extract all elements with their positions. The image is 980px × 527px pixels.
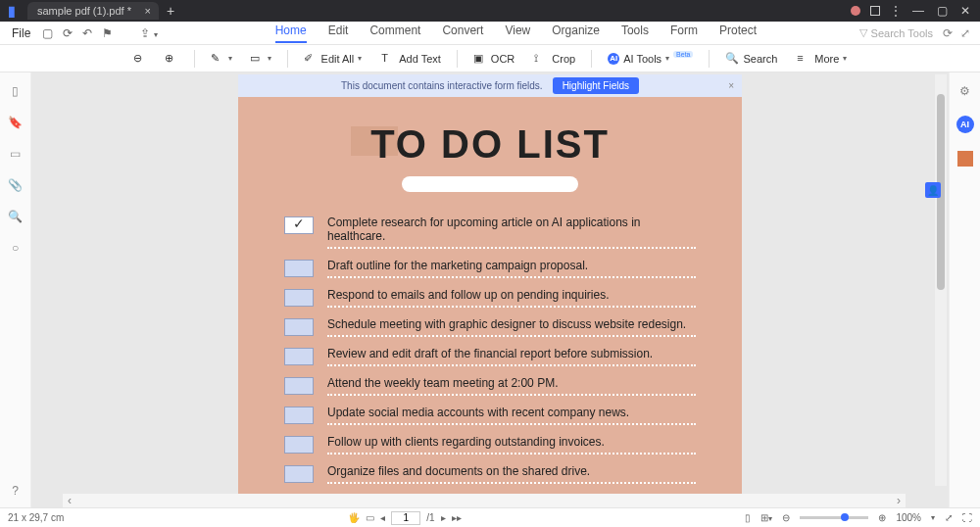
contact-badge-icon[interactable]: 👤 [925, 182, 941, 198]
zoom-out-status[interactable]: ⊖ [782, 512, 790, 523]
search-button[interactable]: 🔍Search [719, 50, 783, 68]
tab-home[interactable]: Home [275, 24, 307, 43]
open-icon[interactable]: ▢ [42, 26, 53, 40]
title-underline [402, 176, 578, 192]
todo-item: Follow up with clients regarding outstan… [284, 435, 696, 455]
save-icon[interactable]: ⟳ [63, 26, 73, 40]
zoom-slider[interactable] [800, 516, 868, 519]
todo-item: Draft outline for the marketing campaign… [284, 259, 696, 278]
search-tools-placeholder: Search Tools [871, 27, 933, 39]
todo-checkbox[interactable] [284, 436, 314, 454]
crop-button[interactable]: ⟟Crop [528, 50, 581, 68]
close-tab-icon[interactable]: × [145, 5, 151, 17]
info-close-icon[interactable]: × [728, 80, 734, 91]
tab-protect[interactable]: Protect [719, 24, 757, 43]
fit-icon[interactable]: ▭ [366, 512, 374, 523]
tab-tools[interactable]: Tools [621, 24, 649, 43]
ai-icon: AI [608, 53, 619, 65]
todo-checkbox[interactable] [284, 216, 314, 234]
view-mode1-icon[interactable]: ▯ [745, 512, 751, 523]
zoom-in-button[interactable]: ⊕ [159, 50, 184, 68]
ocr-button[interactable]: ▣OCR [467, 50, 520, 68]
bookmarks-icon[interactable]: 🔖 [8, 116, 23, 129]
page-dimensions: 21 x 29,7 cm [8, 512, 64, 523]
close-window-icon[interactable]: ✕ [958, 4, 972, 18]
tab-edit[interactable]: Edit [328, 24, 349, 43]
toolbar: ⊖ ⊕ ✎▾ ▭▾ ✐Edit All▾ TAdd Text ▣OCR ⟟Cro… [0, 45, 980, 72]
fullscreen-icon[interactable]: ⛶ [962, 512, 972, 523]
new-tab-button[interactable]: + [167, 3, 174, 19]
page-nav-icon[interactable]: 🖐 [348, 512, 360, 523]
info-text: This document contains interactive form … [341, 80, 543, 91]
attachments-icon[interactable]: 📎 [8, 178, 23, 192]
todo-text: Draft outline for the marketing campaign… [327, 259, 696, 278]
thumbnails-icon[interactable]: ▯ [12, 84, 19, 98]
redo-flag-icon[interactable]: ⚑ [102, 26, 113, 40]
vertical-scrollbar[interactable] [935, 74, 947, 486]
maximize-icon[interactable]: ▢ [935, 4, 949, 18]
more-button[interactable]: ≡More▾ [791, 50, 853, 68]
left-rail: ▯ 🔖 ▭ 📎 🔍 ○ ? [0, 72, 31, 507]
highlighter-tool[interactable]: ✎▾ [205, 50, 238, 68]
prev-page-icon[interactable]: ◂ [380, 512, 385, 523]
menu-tabs: Home Edit Comment Convert View Organize … [275, 24, 757, 43]
todo-checkbox[interactable] [284, 289, 314, 307]
end-page-icon[interactable]: ▸▸ [452, 512, 462, 523]
tab-view[interactable]: View [505, 24, 530, 43]
page-number-input[interactable] [391, 511, 420, 525]
search-tools-field[interactable]: ▽ Search Tools [859, 26, 933, 39]
todo-checkbox[interactable] [284, 377, 314, 395]
expand-icon[interactable]: ⤢ [960, 26, 970, 40]
next-page-icon[interactable]: ▸ [441, 512, 446, 523]
todo-item: Review and edit draft of the financial r… [284, 347, 696, 366]
titlebar: ▮ sample pdf (1).pdf * × + ⋮ — ▢ ✕ [0, 0, 980, 22]
fit-width-icon[interactable]: ⤢ [945, 512, 953, 523]
document-tab[interactable]: sample pdf (1).pdf * × [27, 2, 159, 20]
help-icon[interactable]: ? [12, 484, 19, 498]
kebab-menu-icon[interactable]: ⋮ [890, 4, 902, 18]
horizontal-scrollbar[interactable]: ‹ › [63, 494, 906, 507]
share-icon[interactable]: ⇪ ▾ [140, 26, 157, 40]
minimize-icon[interactable]: — [911, 4, 925, 18]
todo-text: Attend the weekly team meeting at 2:00 P… [327, 376, 696, 396]
search-panel-icon[interactable]: 🔍 [8, 210, 23, 223]
todo-checkbox[interactable] [284, 348, 314, 365]
zoom-in-status[interactable]: ⊕ [878, 512, 886, 523]
scroll-right-icon[interactable]: › [892, 494, 906, 507]
scroll-left-icon[interactable]: ‹ [63, 494, 76, 507]
todo-item: Update social media accounts with recent… [284, 406, 696, 425]
ai-assistant-icon[interactable]: AI [956, 116, 974, 133]
window-mode-icon[interactable] [870, 6, 880, 16]
form-info-strip: This document contains interactive form … [238, 74, 742, 97]
tab-form[interactable]: Form [670, 24, 698, 43]
todo-checkbox[interactable] [284, 260, 314, 277]
todo-text: Review and edit draft of the financial r… [327, 347, 696, 366]
user-avatar-icon[interactable] [851, 6, 860, 16]
view-mode2-icon[interactable]: ⊞▾ [760, 512, 772, 523]
todo-checkbox[interactable] [284, 318, 314, 336]
todo-checkbox[interactable] [284, 465, 314, 483]
highlight-fields-button[interactable]: Highlight Fields [553, 77, 639, 94]
tab-organize[interactable]: Organize [552, 24, 600, 43]
office-icon[interactable] [957, 151, 973, 167]
file-menu[interactable]: File [0, 26, 42, 40]
todo-item: Schedule meeting with graphic designer t… [284, 317, 696, 337]
tab-convert[interactable]: Convert [442, 24, 483, 43]
ai-tools-button[interactable]: AIAI Tools▾Beta [602, 51, 699, 67]
layers-icon[interactable]: ▭ [10, 147, 21, 161]
sync-icon[interactable]: ⟳ [943, 26, 953, 40]
todo-checkbox[interactable] [284, 407, 314, 424]
settings-sliders-icon[interactable]: ⚙ [959, 84, 970, 98]
quick-access: ▢ ⟳ ↶ ⚑ ⇪ ▾ [42, 26, 157, 40]
menubar: File ▢ ⟳ ↶ ⚑ ⇪ ▾ Home Edit Comment Conve… [0, 22, 980, 45]
shape-tool[interactable]: ▭▾ [244, 50, 277, 68]
undo-icon[interactable]: ↶ [82, 26, 92, 40]
add-text-button[interactable]: TAdd Text [375, 50, 447, 68]
document-heading: TO DO LIST [370, 122, 610, 167]
tab-comment[interactable]: Comment [369, 24, 420, 43]
more-panel-icon[interactable]: ○ [12, 241, 19, 255]
zoom-out-button[interactable]: ⊖ [127, 50, 153, 68]
edit-all-button[interactable]: ✐Edit All▾ [298, 50, 368, 68]
todo-item: Attend the weekly team meeting at 2:00 P… [284, 376, 696, 396]
todo-item: Complete research for upcoming article o… [284, 216, 696, 249]
